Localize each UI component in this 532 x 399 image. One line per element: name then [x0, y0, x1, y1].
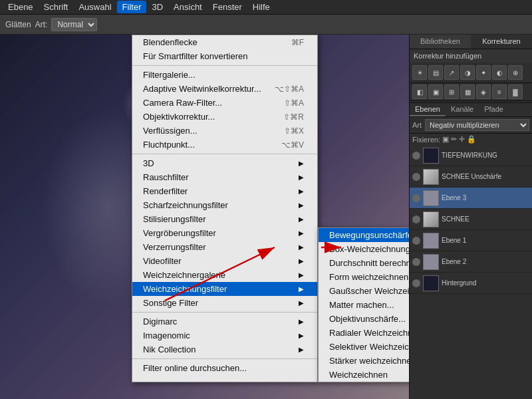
corr-colorbalance[interactable]: ⊕: [508, 65, 523, 80]
tab-kanaele[interactable]: Kanäle: [446, 103, 479, 116]
filter-blendenflecke[interactable]: Blendenflecke ⌘F: [132, 35, 317, 49]
filter-objektivkorrektur[interactable]: Objektivkorrektur... ⇧⌘R: [132, 110, 317, 124]
blur-submenu[interactable]: Bewegungsunschärfe... Box-Weichzeichnung…: [318, 227, 409, 382]
blur-radialer[interactable]: Radialer Weichzeichner...: [319, 326, 409, 340]
corr-hue[interactable]: ◐: [492, 65, 507, 80]
layer-thumbnail: [423, 148, 439, 164]
fixieren-label: Fixieren:: [412, 136, 440, 144]
lock-paint-icon[interactable]: ✏: [451, 135, 457, 144]
glaetten-label: Glätten: [5, 20, 31, 29]
corr-photo[interactable]: ▣: [428, 84, 443, 99]
lock-all-icon[interactable]: 🔒: [467, 135, 476, 144]
menubar-auswahl[interactable]: Auswahl: [73, 1, 116, 13]
menubar-ansicht[interactable]: Ansicht: [168, 1, 207, 13]
corr-bw[interactable]: ◧: [412, 84, 427, 99]
blur-weichzeichnen[interactable]: Weichzeichnen: [319, 368, 409, 382]
corr-curves[interactable]: ↗: [444, 65, 459, 80]
blur-durchschnitt[interactable]: Durchschnitt berechnen: [319, 256, 409, 270]
tab-ebenen[interactable]: Ebenen: [410, 103, 446, 116]
filter-filtergalerie[interactable]: Filtergalerie...: [132, 68, 317, 82]
blur-bewegungsunschaerfe[interactable]: Bewegungsunschärfe...: [319, 228, 409, 242]
filter-digimarc[interactable]: Digimarc ▶: [132, 315, 317, 329]
filter-3d[interactable]: 3D ▶: [132, 156, 317, 170]
layer-item-schnee-unschaerfe[interactable]: SCHNEE Unschärfe: [410, 166, 532, 188]
menubar-ebene[interactable]: Ebene: [3, 1, 39, 13]
filter-verzerrung[interactable]: Verzerrungsfilter ▶: [132, 240, 317, 254]
filter-dropdown-container: Blendenflecke ⌘F Für Smartfilter konvert…: [132, 35, 409, 382]
menubar-filter[interactable]: Filter: [117, 1, 147, 13]
layer-eye[interactable]: [412, 173, 420, 181]
layer-eye[interactable]: [412, 194, 420, 202]
corr-invert[interactable]: ◈: [476, 84, 491, 99]
filter-menu[interactable]: Blendenflecke ⌘F Für Smartfilter konvert…: [132, 35, 318, 382]
layer-item-ebene2[interactable]: Ebene 2: [410, 251, 532, 273]
layer-thumbnail: [423, 233, 439, 249]
blend-mode-select[interactable]: Negativ multiplizieren: [425, 119, 529, 131]
filter-camera-raw[interactable]: Camera Raw-Filter... ⇧⌘A: [132, 96, 317, 110]
filter-online[interactable]: Filter online durchsuchen...: [132, 361, 317, 375]
filter-videofilter[interactable]: Videofilter ▶: [132, 254, 317, 268]
layer-eye[interactable]: [412, 279, 420, 287]
corr-channelmixer[interactable]: ⊞: [444, 84, 459, 99]
layer-item-ebene1[interactable]: Ebene 1: [410, 230, 532, 251]
filter-adaptive-weitwinkel[interactable]: Adaptive Weitwinkelkorrektur... ⌥⇧⌘A: [132, 82, 317, 96]
layer-name: Ebene 1: [442, 237, 529, 244]
menubar-fenster[interactable]: Fenster: [207, 1, 247, 13]
separator-3: [132, 312, 317, 313]
filter-imagenomic[interactable]: Imagenomic ▶: [132, 329, 317, 342]
filter-weichzeichnergalerie[interactable]: Weichzeichnergalerie ▶: [132, 268, 317, 282]
blur-selektiver[interactable]: Selektiver Weichzeichner...: [319, 340, 409, 354]
lock-transparent-icon[interactable]: ▣: [442, 135, 449, 144]
corr-vibrance[interactable]: ✦: [476, 65, 491, 80]
corr-brightness[interactable]: ☀: [412, 65, 427, 80]
menubar-hilfe[interactable]: Hilfe: [247, 1, 275, 13]
blur-staerker[interactable]: Stärker weichzeichnen: [319, 354, 409, 368]
blur-form[interactable]: Form weichzeichnen...: [319, 270, 409, 284]
filter-stilisierung[interactable]: Stilisierungsfilter ▶: [132, 212, 317, 226]
corrections-icons-row1: ☀ ▤ ↗ ◑ ✦ ◐ ⊕: [410, 63, 532, 83]
filter-smartfilter[interactable]: Für Smartfilter konvertieren: [132, 49, 317, 63]
layers-controls: Art Negativ multiplizieren: [410, 117, 532, 134]
corr-posterize[interactable]: ≡: [492, 84, 507, 99]
layer-item-ebene3[interactable]: Ebene 3: [410, 188, 532, 209]
filter-fluchtpunkt[interactable]: Fluchtpunkt... ⌥⌘V: [132, 138, 317, 152]
filter-renderfilter[interactable]: Renderfilter ▶: [132, 184, 317, 198]
blur-box[interactable]: Box-Weichzeichnung...: [319, 242, 409, 256]
corr-levels[interactable]: ▤: [428, 65, 443, 80]
layer-eye[interactable]: [412, 258, 420, 266]
separator-2: [132, 154, 317, 154]
lock-move-icon[interactable]: ✛: [459, 135, 465, 144]
filter-rauschfilter[interactable]: Rauschfilter ▶: [132, 170, 317, 184]
layer-item-tiefenwirkung[interactable]: TIEFENWIRKUNG: [410, 145, 532, 166]
fixieren-row: Fixieren: ▣ ✏ ✛ 🔒: [410, 134, 532, 145]
tab-pfade[interactable]: Pfade: [479, 103, 509, 116]
blur-matter[interactable]: Matter machen...: [319, 298, 409, 312]
menubar: Ebene Schrift Auswahl Filter 3D Ansicht …: [0, 0, 532, 15]
layer-eye[interactable]: [412, 237, 420, 245]
layer-item-hintergrund[interactable]: Hintergrund: [410, 273, 532, 294]
layers-list: TIEFENWIRKUNG SCHNEE Unschärfe Ebene 3 S…: [410, 145, 532, 399]
blur-gausscher[interactable]: Gaußscher Weichzeichner...: [319, 284, 409, 298]
corr-exposure[interactable]: ◑: [460, 65, 475, 80]
filter-scharfzeichnung[interactable]: Scharfzeichnungsfilter ▶: [132, 198, 317, 212]
corr-threshold[interactable]: ▓: [508, 84, 523, 99]
menubar-schrift[interactable]: Schrift: [39, 1, 74, 13]
filter-sonstige[interactable]: Sonstige Filter ▶: [132, 296, 317, 310]
filter-weichzeichnungsfilter[interactable]: Weichzeichnungsfilter ▶: [132, 282, 317, 296]
layer-name: Ebene 2: [442, 258, 529, 265]
filter-nik[interactable]: Nik Collection ▶: [132, 342, 317, 356]
filter-verfluessigen[interactable]: Verflüssigen... ⇧⌘X: [132, 124, 317, 138]
corrections-header: Korrektur hinzufügen: [410, 49, 532, 63]
tab-korrekturen[interactable]: Korrekturen: [471, 35, 532, 49]
layer-eye[interactable]: [412, 152, 420, 160]
tab-bibliotheken[interactable]: Bibliotheken: [410, 35, 471, 49]
corr-colorlookup[interactable]: ▦: [460, 84, 475, 99]
filter-vergroeberung[interactable]: Vergröberungsfilter ▶: [132, 226, 317, 240]
blur-objektiv[interactable]: Objektivunschärfe...: [319, 312, 409, 326]
layer-item-schnee[interactable]: SCHNEE: [410, 209, 532, 230]
right-panel: Bibliotheken Korrekturen Korrektur hinzu…: [409, 35, 532, 399]
menubar-3d[interactable]: 3D: [146, 1, 168, 13]
art-select[interactable]: Normal: [51, 18, 97, 31]
layer-thumbnail: [423, 169, 439, 185]
layer-eye[interactable]: [412, 215, 420, 223]
